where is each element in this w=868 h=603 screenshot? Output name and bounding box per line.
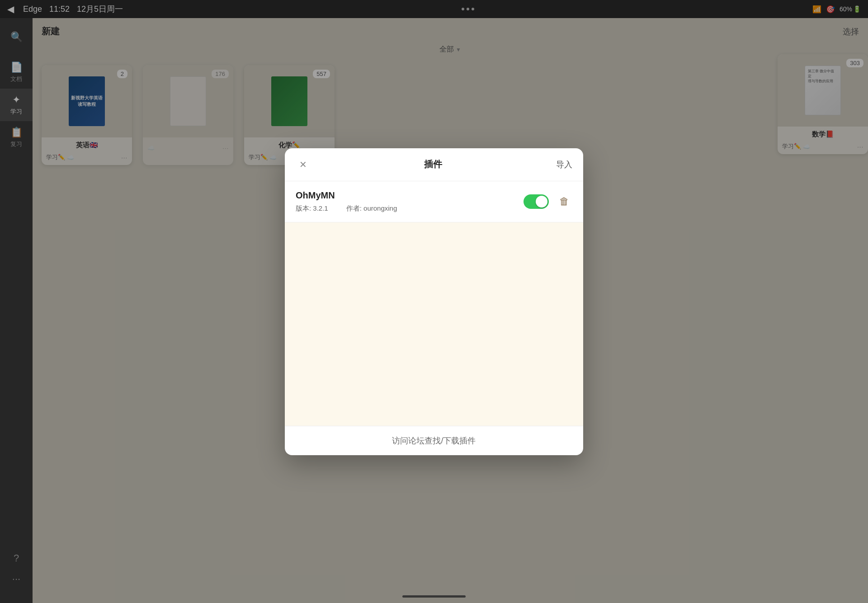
plugin-meta: 版本: 3.2.1 作者: ourongxing <box>296 204 516 213</box>
plugin-modal: ✕ 插件 导入 OhMyMN 版本: 3.2.1 作者: ourongxing … <box>285 148 583 455</box>
plugin-author: 作者: ourongxing <box>346 204 397 213</box>
toggle-knob <box>536 196 547 207</box>
modal-close-button[interactable]: ✕ <box>296 157 310 172</box>
trash-icon-symbol: 🗑 <box>559 196 569 207</box>
plugin-delete-button[interactable]: 🗑 <box>556 193 572 210</box>
plugin-info: OhMyMN 版本: 3.2.1 作者: ourongxing <box>296 190 516 213</box>
forum-link[interactable]: 访问论坛查找/下载插件 <box>392 436 476 445</box>
modal-title: 插件 <box>310 158 556 170</box>
modal-content-area <box>285 222 583 426</box>
plugin-item: OhMyMN 版本: 3.2.1 作者: ourongxing 🗑 <box>285 181 583 222</box>
modal-import-button[interactable]: 导入 <box>556 159 572 170</box>
modal-footer[interactable]: 访问论坛查找/下载插件 <box>285 426 583 455</box>
plugin-toggle[interactable] <box>524 194 549 209</box>
plugin-version: 版本: 3.2.1 <box>296 204 328 213</box>
modal-header: ✕ 插件 导入 <box>285 148 583 181</box>
plugin-name: OhMyMN <box>296 190 516 201</box>
modal-overlay[interactable]: ✕ 插件 导入 OhMyMN 版本: 3.2.1 作者: ourongxing … <box>0 0 868 603</box>
